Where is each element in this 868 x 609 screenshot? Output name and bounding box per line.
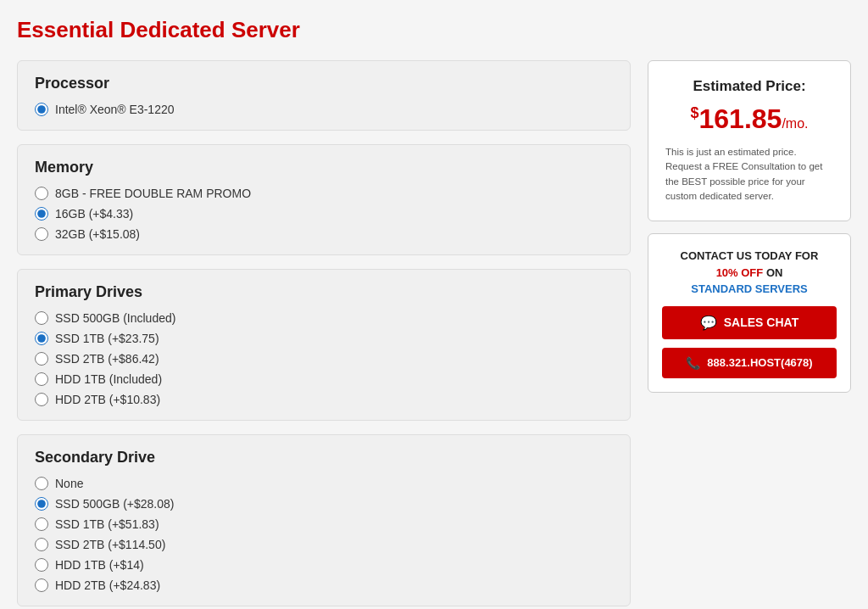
pd-radio-5[interactable] bbox=[35, 393, 48, 406]
memory-label-2: 16GB (+$4.33) bbox=[55, 207, 133, 221]
memory-radio-2[interactable] bbox=[35, 207, 48, 221]
processor-title: Processor bbox=[35, 75, 613, 92]
processor-radio-1[interactable] bbox=[35, 103, 48, 116]
pd-radio-2[interactable] bbox=[35, 332, 48, 345]
pd-label-2: SSD 1TB (+$23.75) bbox=[55, 332, 159, 345]
contact-blue: STANDARD SERVERS bbox=[691, 282, 807, 295]
price-dollar-sign: $ bbox=[690, 104, 698, 121]
secondary-drive-title: Secondary Drive bbox=[35, 449, 613, 467]
phone-button[interactable]: 📞 888.321.HOST(4678) bbox=[662, 348, 837, 378]
sidebar: Estimated Price: $161.85/mo. This is jus… bbox=[648, 60, 851, 393]
sd-label-5: HDD 1TB (+$14) bbox=[55, 558, 144, 572]
list-item[interactable]: SSD 500GB (Included) bbox=[35, 311, 613, 325]
pd-label-1: SSD 500GB (Included) bbox=[55, 311, 175, 325]
sd-radio-2[interactable] bbox=[35, 497, 48, 511]
list-item[interactable]: HDD 1TB (Included) bbox=[35, 372, 613, 386]
contact-line2: ON bbox=[766, 266, 783, 279]
contact-title: CONTACT US TODAY FOR 10% OFF ON STANDARD… bbox=[662, 248, 837, 298]
sd-radio-6[interactable] bbox=[35, 578, 48, 592]
memory-title: Memory bbox=[35, 159, 613, 176]
memory-options: 8GB - FREE DOUBLE RAM PROMO 16GB (+$4.33… bbox=[35, 187, 613, 241]
price-amount: 161.85 bbox=[699, 103, 782, 134]
list-item[interactable]: None bbox=[35, 477, 613, 490]
page-title: Essential Dedicated Server bbox=[17, 17, 851, 43]
primary-drives-options: SSD 500GB (Included) SSD 1TB (+$23.75) S… bbox=[35, 311, 613, 406]
sd-label-6: HDD 2TB (+$24.83) bbox=[55, 578, 160, 592]
estimated-label: Estimated Price: bbox=[665, 78, 833, 95]
sd-label-4: SSD 2TB (+$114.50) bbox=[55, 538, 165, 551]
list-item[interactable]: HDD 2TB (+$10.83) bbox=[35, 393, 613, 406]
pd-label-5: HDD 2TB (+$10.83) bbox=[55, 393, 160, 406]
sd-label-1: None bbox=[55, 477, 83, 490]
contact-highlight: 10% OFF bbox=[716, 266, 764, 279]
pd-radio-4[interactable] bbox=[35, 372, 48, 386]
list-item[interactable]: SSD 1TB (+$23.75) bbox=[35, 332, 613, 345]
list-item[interactable]: SSD 500GB (+$28.08) bbox=[35, 497, 613, 511]
primary-drives-title: Primary Drives bbox=[35, 283, 613, 301]
memory-label-1: 8GB - FREE DOUBLE RAM PROMO bbox=[55, 187, 251, 200]
price-per-month: /mo. bbox=[782, 116, 808, 131]
list-item[interactable]: 8GB - FREE DOUBLE RAM PROMO bbox=[35, 187, 613, 200]
sd-label-2: SSD 500GB (+$28.08) bbox=[55, 497, 174, 511]
list-item[interactable]: HDD 1TB (+$14) bbox=[35, 558, 613, 572]
processor-options: Intel® Xeon® E3-1220 bbox=[35, 103, 613, 116]
memory-label-3: 32GB (+$15.08) bbox=[55, 227, 140, 241]
list-item[interactable]: SSD 2TB (+$86.42) bbox=[35, 352, 613, 366]
sd-radio-3[interactable] bbox=[35, 517, 48, 531]
memory-section: Memory 8GB - FREE DOUBLE RAM PROMO 16GB … bbox=[17, 144, 631, 255]
phone-label: 888.321.HOST(4678) bbox=[707, 356, 812, 369]
secondary-drive-options: None SSD 500GB (+$28.08) SSD 1TB (+$51.8… bbox=[35, 477, 613, 592]
price-card: Estimated Price: $161.85/mo. This is jus… bbox=[648, 60, 851, 221]
primary-drives-section: Primary Drives SSD 500GB (Included) SSD … bbox=[17, 269, 631, 421]
price-note: This is just an estimated price. Request… bbox=[665, 145, 833, 204]
pd-radio-3[interactable] bbox=[35, 352, 48, 366]
memory-radio-1[interactable] bbox=[35, 187, 48, 200]
list-item[interactable]: Intel® Xeon® E3-1220 bbox=[35, 103, 613, 116]
sales-chat-label: SALES CHAT bbox=[724, 316, 798, 329]
price-display: $161.85/mo. bbox=[665, 103, 833, 135]
memory-radio-3[interactable] bbox=[35, 227, 48, 241]
list-item[interactable]: 32GB (+$15.08) bbox=[35, 227, 613, 241]
list-item[interactable]: 16GB (+$4.33) bbox=[35, 207, 613, 221]
sd-radio-1[interactable] bbox=[35, 477, 48, 490]
processor-label-1: Intel® Xeon® E3-1220 bbox=[55, 103, 175, 116]
contact-card: CONTACT US TODAY FOR 10% OFF ON STANDARD… bbox=[648, 233, 851, 393]
sd-radio-4[interactable] bbox=[35, 538, 48, 551]
contact-line1: CONTACT US TODAY FOR bbox=[681, 249, 819, 262]
sd-radio-5[interactable] bbox=[35, 558, 48, 572]
list-item[interactable]: SSD 1TB (+$51.83) bbox=[35, 517, 613, 531]
secondary-drive-section: Secondary Drive None SSD 500GB (+$28.08)… bbox=[17, 434, 631, 606]
list-item[interactable]: SSD 2TB (+$114.50) bbox=[35, 538, 613, 551]
main-content: Processor Intel® Xeon® E3-1220 Memory 8G… bbox=[17, 60, 631, 606]
pd-radio-1[interactable] bbox=[35, 311, 48, 325]
chat-icon: 💬 bbox=[700, 315, 717, 331]
phone-icon: 📞 bbox=[686, 356, 700, 370]
pd-label-4: HDD 1TB (Included) bbox=[55, 372, 162, 386]
pd-label-3: SSD 2TB (+$86.42) bbox=[55, 352, 159, 366]
processor-section: Processor Intel® Xeon® E3-1220 bbox=[17, 60, 631, 131]
sd-label-3: SSD 1TB (+$51.83) bbox=[55, 517, 159, 531]
list-item[interactable]: HDD 2TB (+$24.83) bbox=[35, 578, 613, 592]
sales-chat-button[interactable]: 💬 SALES CHAT bbox=[662, 306, 837, 339]
